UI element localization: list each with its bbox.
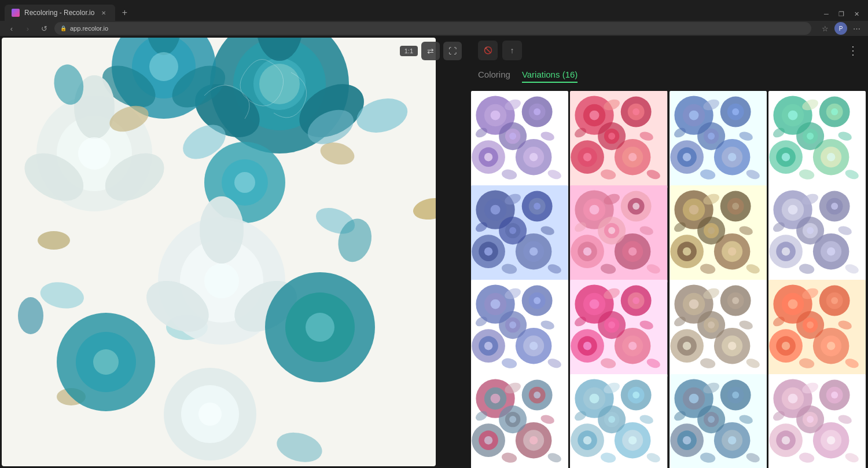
expand-icon: ⛶: [448, 46, 457, 56]
minimize-button[interactable]: ─: [819, 7, 833, 21]
swap-button[interactable]: ⇄: [421, 42, 440, 60]
variation-item[interactable]: [570, 374, 667, 468]
svg-point-350: [628, 436, 637, 444]
variation-item[interactable]: [768, 185, 866, 283]
url-text: app.recolor.io: [70, 25, 108, 32]
app-content: 1:1 ⇄ ⛶ 🚫 ↑ ⋮: [0, 36, 868, 468]
svg-point-50: [204, 264, 239, 298]
variation-item[interactable]: [768, 280, 866, 377]
svg-point-197: [732, 203, 739, 210]
svg-point-203: [727, 247, 735, 255]
svg-point-248: [509, 321, 516, 328]
navigation-controls: ‹ › ↺: [5, 21, 51, 35]
svg-point-389: [782, 436, 790, 444]
svg-point-137: [782, 153, 790, 161]
svg-point-155: [534, 203, 540, 210]
svg-point-134: [831, 108, 838, 115]
maximize-button[interactable]: ❐: [834, 7, 848, 21]
extensions-button[interactable]: ⋯: [849, 21, 863, 35]
variation-item[interactable]: [670, 185, 767, 283]
back-button[interactable]: ‹: [5, 21, 19, 35]
svg-point-227: [807, 227, 814, 234]
panel-top-actions: 🚫 ↑ ⋮: [469, 36, 868, 63]
svg-point-59: [198, 403, 222, 426]
svg-point-80: [509, 133, 516, 140]
close-button[interactable]: ✕: [849, 7, 863, 21]
svg-point-101: [608, 133, 615, 140]
nav-bar: ‹ › ↺ 🔒 app.recolor.io ☆ P ⋯: [0, 21, 868, 36]
variation-item[interactable]: [768, 374, 866, 468]
svg-point-143: [807, 133, 814, 140]
variation-item[interactable]: [570, 185, 667, 283]
block-icon-button[interactable]: 🚫: [478, 41, 498, 60]
svg-point-392: [827, 436, 835, 444]
variation-item[interactable]: [471, 185, 568, 283]
variation-item[interactable]: [768, 91, 866, 188]
svg-point-278: [689, 299, 698, 309]
svg-point-308: [827, 342, 835, 350]
svg-point-383: [788, 394, 797, 404]
active-tab[interactable]: Recoloring - Recolor.io ✕: [5, 5, 115, 21]
svg-point-245: [529, 342, 538, 350]
variation-item[interactable]: [471, 91, 568, 188]
star-button[interactable]: ☆: [818, 21, 832, 35]
svg-point-281: [732, 297, 739, 304]
svg-point-152: [491, 205, 501, 215]
svg-point-371: [727, 436, 735, 444]
share-button[interactable]: ↑: [502, 41, 522, 60]
right-panel: 🚫 ↑ ⋮ Coloring Variations (16): [469, 36, 868, 468]
variation-item[interactable]: [670, 280, 767, 377]
svg-point-320: [491, 394, 501, 404]
svg-point-269: [608, 321, 615, 328]
tab-variations[interactable]: Variations (16): [522, 70, 578, 83]
svg-point-16: [149, 52, 178, 81]
svg-point-299: [788, 299, 797, 309]
refresh-button[interactable]: ↺: [37, 21, 51, 35]
svg-point-71: [534, 108, 540, 115]
browser-actions: ☆ P ⋯: [818, 21, 863, 35]
expand-button[interactable]: ⛶: [443, 42, 462, 60]
svg-point-374: [708, 416, 715, 423]
svg-point-386: [831, 392, 838, 398]
svg-point-263: [583, 342, 591, 350]
svg-point-77: [529, 153, 538, 161]
svg-point-131: [788, 111, 797, 120]
svg-point-221: [782, 247, 790, 255]
svg-point-53: [93, 349, 119, 375]
variation-item[interactable]: [670, 91, 767, 188]
panel-menu-button[interactable]: ⋮: [847, 43, 859, 57]
svg-point-98: [628, 153, 637, 161]
svg-point-194: [689, 205, 698, 215]
svg-point-116: [682, 153, 690, 161]
svg-point-31: [38, 231, 70, 250]
variation-item[interactable]: [471, 374, 568, 468]
new-tab-button[interactable]: +: [116, 5, 133, 21]
svg-point-200: [682, 247, 690, 255]
svg-point-74: [484, 153, 492, 161]
svg-point-182: [628, 247, 637, 255]
svg-point-68: [491, 111, 501, 120]
variation-item[interactable]: [670, 374, 767, 468]
svg-point-353: [608, 416, 615, 423]
variation-item[interactable]: [570, 91, 667, 188]
tab-close-button[interactable]: ✕: [99, 8, 108, 17]
variation-item[interactable]: [570, 280, 667, 377]
svg-point-113: [732, 108, 739, 115]
address-bar[interactable]: 🔒 app.recolor.io: [54, 22, 811, 35]
svg-point-239: [534, 297, 540, 304]
variation-item[interactable]: [471, 280, 568, 377]
svg-point-173: [590, 205, 599, 215]
tab-coloring[interactable]: Coloring: [478, 70, 510, 83]
forward-button[interactable]: ›: [21, 21, 35, 35]
svg-point-332: [509, 416, 516, 423]
panel-tabs: Coloring Variations (16): [478, 70, 578, 83]
profile-button[interactable]: P: [834, 22, 847, 35]
svg-point-347: [583, 436, 591, 444]
svg-point-287: [727, 342, 735, 350]
svg-point-62: [18, 297, 43, 334]
zoom-badge[interactable]: 1:1: [400, 46, 418, 56]
svg-point-224: [827, 247, 835, 255]
svg-point-323: [534, 392, 540, 398]
svg-point-176: [632, 203, 639, 210]
tab-favicon: [12, 9, 20, 17]
